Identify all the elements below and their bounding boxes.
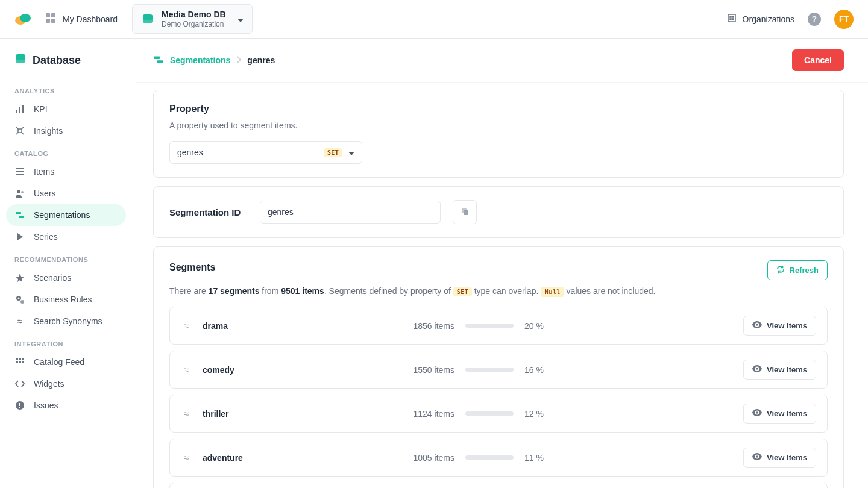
view-items-button[interactable]: View Items — [743, 448, 816, 468]
svg-rect-32 — [19, 407, 20, 408]
svg-rect-25 — [19, 358, 21, 360]
eye-icon — [752, 321, 762, 330]
database-selector[interactable]: Media Demo DB Demo Organization — [132, 4, 253, 34]
users-icon — [14, 189, 25, 198]
my-dashboard-link[interactable]: My Dashboard — [46, 13, 118, 25]
svg-rect-2 — [46, 13, 50, 17]
segment-name: thriller — [203, 409, 371, 419]
refresh-label: Refresh — [790, 266, 819, 275]
svg-rect-8 — [730, 16, 731, 17]
sidebar-item-label: Segmentations — [34, 210, 90, 220]
sidebar-item-business-rules[interactable]: Business Rules — [6, 289, 126, 310]
database-icon — [141, 13, 154, 26]
approx-icon: ≈ — [181, 364, 192, 375]
null-badge: Null — [541, 287, 564, 297]
property-select[interactable]: genres SET — [169, 141, 362, 164]
sidebar-section-integration: INTEGRATION — [6, 332, 126, 351]
segment-percent: 20 % — [524, 321, 561, 331]
view-items-button[interactable]: View Items — [743, 404, 816, 424]
segmentation-id-input[interactable] — [260, 201, 441, 224]
svg-rect-24 — [16, 358, 18, 360]
view-items-label: View Items — [767, 453, 807, 462]
database-selector-texts: Media Demo DB Demo Organization — [162, 10, 226, 28]
play-icon — [14, 233, 25, 241]
sidebar-item-label: Users — [34, 189, 56, 198]
sidebar-item-search-synonyms[interactable]: ≈ Search Synonyms — [6, 310, 126, 332]
svg-rect-33 — [154, 56, 160, 59]
refresh-button[interactable]: Refresh — [767, 260, 828, 280]
svg-point-37 — [756, 324, 758, 326]
segmentation-id-label: Segmentation ID — [169, 207, 248, 217]
segment-name: comedy — [203, 365, 371, 375]
svg-rect-14 — [19, 107, 20, 113]
segment-count: 1124 items — [382, 409, 454, 419]
property-select-value: genres — [177, 148, 318, 157]
view-items-button[interactable]: View Items — [743, 360, 816, 380]
sidebar-section-catalog: CATALOG — [6, 142, 126, 161]
sidebar-title-label: Database — [33, 54, 81, 67]
svg-rect-26 — [22, 358, 24, 360]
cancel-button[interactable]: Cancel — [792, 49, 844, 71]
organizations-link[interactable]: Organizations — [727, 13, 794, 25]
sidebar-item-series[interactable]: Series — [6, 226, 126, 248]
breadcrumb-leaf: genres — [247, 55, 275, 65]
segment-count: 1550 items — [382, 365, 454, 375]
insights-icon — [14, 126, 25, 136]
sidebar-item-catalog-feed[interactable]: Catalog Feed — [6, 351, 126, 373]
chevron-right-icon — [236, 55, 241, 65]
approx-icon: ≈ — [181, 321, 192, 331]
property-card: Property A property used to segment item… — [153, 90, 844, 178]
svg-point-1 — [20, 14, 31, 22]
svg-rect-28 — [19, 361, 21, 363]
set-badge: SET — [453, 287, 472, 296]
sidebar-item-segmentations[interactable]: Segmentations — [6, 204, 126, 226]
sidebar-item-widgets[interactable]: Widgets — [6, 373, 126, 395]
gears-icon — [14, 295, 25, 304]
sidebar-item-users[interactable]: Users — [6, 183, 126, 204]
segment-bar — [465, 411, 514, 416]
alert-icon — [14, 401, 25, 410]
copy-button[interactable] — [453, 200, 477, 224]
sidebar-item-insights[interactable]: Insights — [6, 120, 126, 142]
view-items-button[interactable]: View Items — [743, 316, 816, 336]
sidebar-item-issues[interactable]: Issues — [6, 395, 126, 416]
app-logo[interactable] — [14, 13, 31, 26]
segment-row: ≈adventure1005 items11 %View Items — [169, 439, 828, 477]
view-items-label: View Items — [767, 409, 807, 418]
segment-row: ≈drama1856 items20 %View Items — [169, 307, 828, 345]
svg-rect-15 — [22, 105, 24, 113]
sidebar-item-items[interactable]: Items — [6, 161, 126, 183]
segment-row: ≈action785 items8 %View Items — [169, 483, 828, 488]
svg-point-40 — [756, 455, 758, 458]
svg-rect-4 — [46, 19, 50, 23]
segment-percent: 16 % — [524, 365, 561, 375]
svg-rect-16 — [18, 129, 22, 133]
caret-down-icon — [348, 148, 354, 157]
approx-icon: ≈ — [14, 316, 25, 326]
approx-icon: ≈ — [181, 452, 192, 463]
segments-card: Segments Refresh There are 17 segments f… — [153, 246, 844, 488]
grid-small-icon — [14, 358, 25, 366]
help-button[interactable]: ? — [808, 13, 821, 26]
refresh-icon — [776, 265, 785, 275]
content-area: Segmentations genres Cancel Property A p… — [136, 39, 868, 488]
copy-icon — [460, 207, 470, 218]
building-icon — [727, 13, 737, 25]
sidebar-item-label: Series — [34, 232, 58, 242]
eye-icon — [752, 365, 762, 374]
user-avatar[interactable]: FT — [834, 10, 854, 29]
organizations-label: Organizations — [743, 14, 794, 24]
svg-rect-19 — [16, 212, 21, 214]
segment-bar — [465, 324, 514, 328]
svg-point-22 — [18, 298, 20, 299]
segment-name: adventure — [203, 453, 371, 463]
sidebar-item-label: Scenarios — [34, 273, 71, 283]
database-name: Media Demo DB — [162, 10, 226, 20]
svg-rect-11 — [732, 19, 734, 20]
segmentations-icon — [153, 54, 164, 67]
sidebar-item-kpi[interactable]: KPI — [6, 98, 126, 120]
topbar: My Dashboard Media Demo DB Demo Organiza… — [0, 0, 868, 39]
sidebar-item-scenarios[interactable]: Scenarios — [6, 267, 126, 289]
eye-icon — [752, 453, 762, 462]
breadcrumb-root[interactable]: Segmentations — [153, 54, 230, 67]
